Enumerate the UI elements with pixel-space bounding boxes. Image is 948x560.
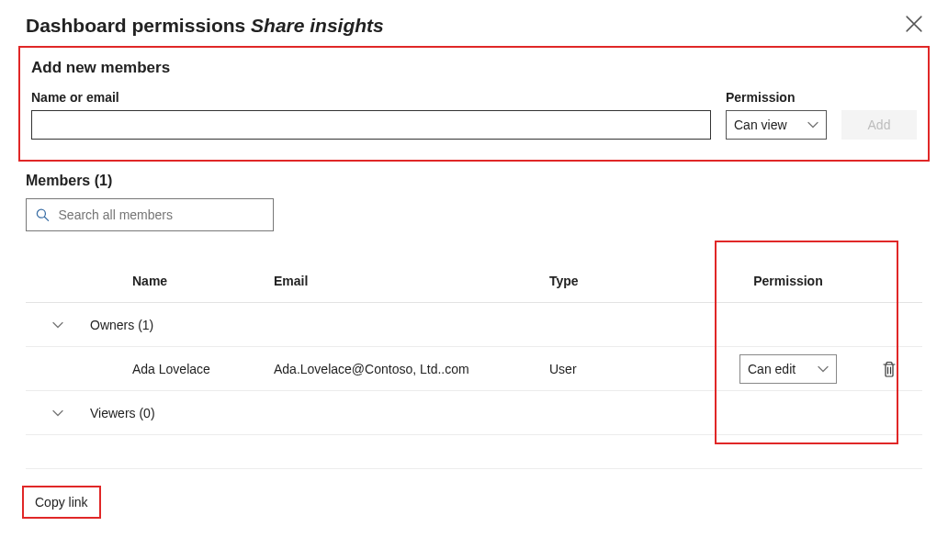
table-row: Ada Lovelace Ada.Lovelace@Contoso, Ltd..… xyxy=(26,347,922,391)
dialog-header: Dashboard permissions Share insights xyxy=(0,0,948,46)
search-members-box[interactable] xyxy=(26,198,274,231)
group-viewers-label: Viewers (0) xyxy=(90,406,922,420)
expand-viewers-button[interactable] xyxy=(26,408,90,419)
group-row-viewers[interactable]: Viewers (0) xyxy=(26,391,922,435)
cell-email: Ada.Lovelace@Contoso, Ltd..com xyxy=(274,362,549,376)
add-members-heading: Add new members xyxy=(31,59,917,77)
trash-icon[interactable] xyxy=(882,361,897,377)
col-type: Type xyxy=(549,274,715,288)
name-email-input[interactable] xyxy=(31,110,711,140)
name-email-label: Name or email xyxy=(31,90,711,105)
title-subtitle: Share insights xyxy=(251,15,384,36)
cell-name: Ada Lovelace xyxy=(90,362,274,376)
group-row-owners[interactable]: Owners (1) xyxy=(26,303,922,347)
chevron-down-icon xyxy=(52,319,63,330)
cell-type: User xyxy=(549,362,715,376)
table-header-row: Name Email Type Permission xyxy=(26,259,922,303)
group-owners-label: Owners (1) xyxy=(90,318,922,332)
col-name: Name xyxy=(90,274,274,288)
close-icon xyxy=(906,16,922,32)
col-email: Email xyxy=(274,274,549,288)
group-viewers-count: (0) xyxy=(139,406,154,420)
chevron-down-icon xyxy=(818,364,829,375)
group-owners-count: (1) xyxy=(138,318,153,332)
row-permission-value: Can edit xyxy=(748,362,796,376)
group-viewers-text: Viewers xyxy=(90,406,136,420)
search-icon xyxy=(36,207,50,222)
add-members-section: Add new members Name or email Permission… xyxy=(18,46,930,162)
footer-separator xyxy=(26,468,922,469)
permission-select-value: Can view xyxy=(734,118,787,132)
permission-select[interactable]: Can view xyxy=(726,110,827,140)
copy-link-label: Copy link xyxy=(35,495,88,510)
add-button[interactable]: Add xyxy=(841,110,917,140)
copy-link-button[interactable]: Copy link xyxy=(22,486,101,519)
members-heading-text: Members xyxy=(26,173,90,188)
members-section: Members (1) Name Email Type Permission O… xyxy=(26,173,922,435)
members-heading-count: (1) xyxy=(95,173,113,188)
permission-label: Permission xyxy=(726,90,827,105)
search-members-input[interactable] xyxy=(57,207,264,223)
svg-line-1 xyxy=(44,217,48,220)
expand-owners-button[interactable] xyxy=(26,319,90,330)
members-table: Name Email Type Permission Owners (1) Ad… xyxy=(26,259,922,435)
close-button[interactable] xyxy=(906,16,922,36)
col-permission: Permission xyxy=(715,274,862,288)
title-main: Dashboard permissions xyxy=(26,15,245,36)
chevron-down-icon xyxy=(807,119,818,130)
row-permission-select[interactable]: Can edit xyxy=(739,354,837,384)
chevron-down-icon xyxy=(52,408,63,419)
members-heading: Members (1) xyxy=(26,173,922,189)
page-title: Dashboard permissions Share insights xyxy=(26,15,384,37)
group-owners-text: Owners xyxy=(90,318,134,332)
